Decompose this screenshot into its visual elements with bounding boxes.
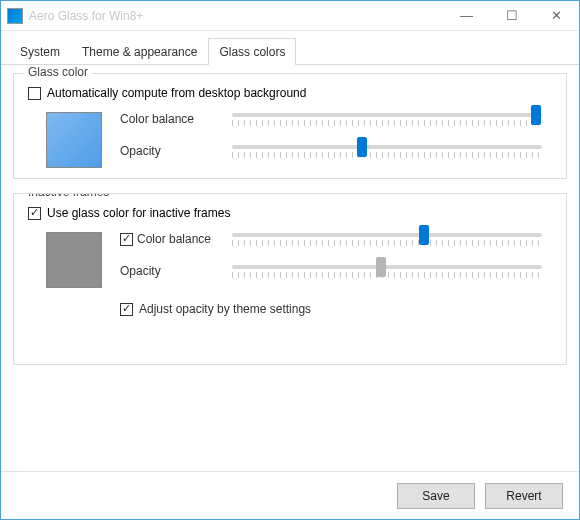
inactive-frames-legend: Inactive frames [24, 193, 113, 199]
maximize-button[interactable]: ☐ [489, 1, 534, 30]
close-button[interactable]: ✕ [534, 1, 579, 30]
inactive-color-balance-checkbox[interactable] [120, 233, 133, 246]
auto-compute-checkbox[interactable] [28, 87, 41, 100]
tab-content: Glass color Automatically compute from d… [1, 65, 579, 471]
glass-color-swatch[interactable] [46, 112, 102, 168]
revert-button[interactable]: Revert [485, 483, 563, 509]
glass-color-legend: Glass color [24, 65, 92, 79]
inactive-opacity-slider[interactable] [232, 265, 552, 278]
inactive-frames-group: Inactive frames Use glass color for inac… [13, 193, 567, 365]
tab-bar: System Theme & appearance Glass colors [1, 33, 579, 65]
window-title: Aero Glass for Win8+ [29, 9, 444, 23]
glass-color-balance-label: Color balance [120, 112, 220, 126]
adjust-opacity-label: Adjust opacity by theme settings [139, 302, 311, 316]
titlebar: Aero Glass for Win8+ — ☐ ✕ [1, 1, 579, 31]
use-glass-inactive-row[interactable]: Use glass color for inactive frames [28, 206, 552, 220]
adjust-opacity-row[interactable]: Adjust opacity by theme settings [120, 302, 552, 316]
glass-color-row: Color balance Opacity [28, 112, 552, 168]
inactive-color-balance-label: Color balance [120, 232, 220, 246]
inactive-opacity-row: Opacity [120, 264, 552, 278]
inactive-color-balance-row: Color balance [120, 232, 552, 246]
tab-theme-appearance[interactable]: Theme & appearance [71, 38, 208, 65]
auto-compute-row[interactable]: Automatically compute from desktop backg… [28, 86, 552, 100]
use-glass-inactive-checkbox[interactable] [28, 207, 41, 220]
inactive-color-balance-text: Color balance [137, 232, 211, 246]
tab-system[interactable]: System [9, 38, 71, 65]
save-button[interactable]: Save [397, 483, 475, 509]
glass-color-balance-slider[interactable] [232, 113, 552, 126]
auto-compute-label: Automatically compute from desktop backg… [47, 86, 306, 100]
glass-opacity-row: Opacity [120, 144, 552, 158]
minimize-button[interactable]: — [444, 1, 489, 30]
inactive-sliders: Color balance Opacity [120, 232, 552, 328]
inactive-opacity-label: Opacity [120, 264, 220, 278]
inactive-color-swatch[interactable] [46, 232, 102, 288]
tab-glass-colors[interactable]: Glass colors [208, 38, 296, 65]
glass-sliders: Color balance Opacity [120, 112, 552, 168]
window: Aero Glass for Win8+ — ☐ ✕ System Theme … [0, 0, 580, 520]
footer: Save Revert [1, 471, 579, 519]
glass-color-balance-row: Color balance [120, 112, 552, 126]
glass-color-group: Glass color Automatically compute from d… [13, 73, 567, 179]
inactive-color-balance-slider[interactable] [232, 233, 552, 246]
use-glass-inactive-label: Use glass color for inactive frames [47, 206, 230, 220]
app-icon [7, 8, 23, 24]
glass-opacity-label: Opacity [120, 144, 220, 158]
window-controls: — ☐ ✕ [444, 1, 579, 30]
glass-opacity-slider[interactable] [232, 145, 552, 158]
adjust-opacity-checkbox[interactable] [120, 303, 133, 316]
inactive-color-row: Color balance Opacity [28, 232, 552, 328]
